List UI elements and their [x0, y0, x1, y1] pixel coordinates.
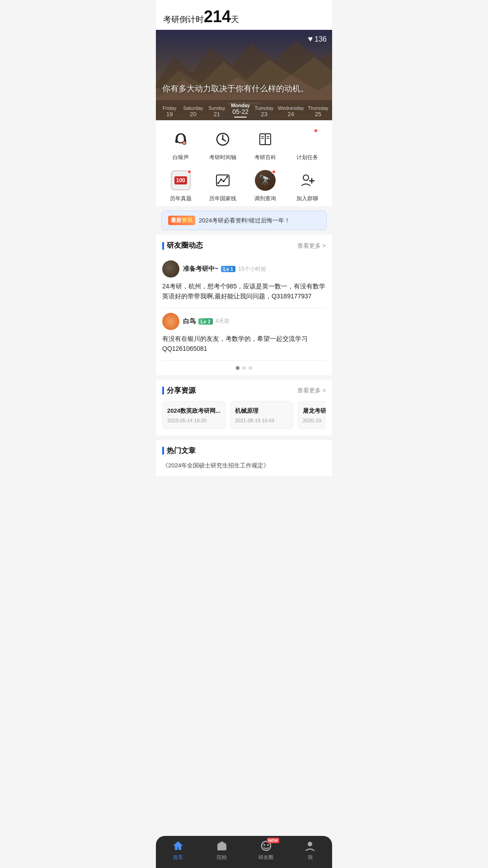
post-meta-1: 白鸟 Lv 2 4天前: [183, 317, 230, 326]
article-preview[interactable]: 《2024年全国硕士研究生招生工作规定》: [162, 461, 326, 470]
resource-date-1: 2021-08-19 10:43: [235, 418, 288, 423]
icon-grid: 白噪声 考研时间轴 考研百科: [156, 120, 332, 206]
avatar-0: [162, 260, 179, 278]
svg-rect-16: [265, 134, 271, 145]
header: 考研倒计时214天: [156, 0, 332, 30]
icon-timeline: [211, 127, 235, 151]
banner: ♥ 136 你有多大动力取决于你有什么样的动机。 Friday19Saturda…: [156, 30, 332, 120]
post-card-1[interactable]: 白鸟 Lv 2 4天前 有没有在银川的友友，考数学的，希望一起交流学习QQ126…: [162, 308, 326, 361]
post-header-1: 白鸟 Lv 2 4天前: [162, 313, 326, 330]
resource-card-1[interactable]: 机械原理 2021-08-19 10:43: [230, 401, 293, 429]
resource-list: 2024数英政考研网... 2023-05-14 18:20 机械原理 2021…: [162, 401, 326, 435]
username-1: 白鸟: [183, 317, 196, 326]
calendar-row: Friday19Saturday20Sunday21Monday05-22Tue…: [156, 100, 332, 120]
resource-date-2: 2020-10-: [303, 418, 326, 423]
icon-item-past-exam[interactable]: 100 历年真题: [160, 169, 202, 203]
hot-articles-title: 热门文章: [162, 446, 196, 456]
svg-point-32: [303, 175, 309, 180]
resource-date-0: 2023-05-14 18:20: [167, 418, 221, 423]
friend-circle-section: 研友圈动态 查看更多 > 准备考研中~ Lv 1 15个小时前 24考研，杭州，…: [156, 235, 332, 375]
resources-title: 分享资源: [162, 386, 196, 396]
svg-point-31: [226, 176, 228, 178]
news-text: 2024考研必看资料!错过后悔一年！: [199, 217, 290, 225]
heart-area[interactable]: ♥ 136: [308, 34, 327, 44]
resources-more[interactable]: 查看更多 >: [297, 387, 326, 395]
cal-item-tuesday[interactable]: Tuesday23: [254, 105, 274, 118]
icon-national-line: [211, 169, 235, 192]
resource-title-1: 机械原理: [235, 407, 288, 415]
resource-card-2[interactable]: 屠龙考研 2020-10-: [298, 401, 326, 429]
cal-item-monday[interactable]: Monday05-22: [230, 103, 250, 118]
resource-card-0[interactable]: 2024数英政考研网... 2023-05-14 18:20: [162, 401, 225, 429]
level-badge-1: Lv 2: [198, 318, 213, 325]
icon-item-national-line[interactable]: 历年国家线: [202, 169, 244, 203]
resources-section: 分享资源 查看更多 > 2024数英政考研网... 2023-05-14 18:…: [156, 380, 332, 435]
svg-point-30: [223, 180, 225, 182]
svg-point-14: [222, 138, 224, 140]
cal-item-wednesday[interactable]: Wednesday24: [278, 105, 304, 118]
post-header-0: 准备考研中~ Lv 1 15个小时前: [162, 260, 326, 278]
icon-encyclopedia: [253, 127, 277, 151]
username-0: 准备考研中~: [183, 265, 218, 273]
cal-item-saturday[interactable]: Saturday20: [183, 105, 203, 118]
cal-item-thursday[interactable]: Thursday25: [308, 105, 328, 118]
heart-count: 136: [314, 35, 327, 43]
friend-circle-title: 研友圈动态: [162, 241, 203, 250]
icon-white-noise: [169, 127, 192, 151]
banner-quote: 你有多大动力取决于你有什么样的动机。: [162, 83, 326, 94]
resource-title-0: 2024数英政考研网...: [167, 407, 221, 415]
posts-container: 准备考研中~ Lv 1 15个小时前 24考研，杭州，想考个985，应该是英一数…: [162, 256, 326, 361]
post-card-0[interactable]: 准备考研中~ Lv 1 15个小时前 24考研，杭州，想考个985，应该是英一数…: [162, 256, 326, 308]
avatar-1: [162, 313, 179, 330]
icon-item-timeline[interactable]: 考研时间轴: [202, 127, 244, 161]
section-header-hot: 热门文章: [162, 446, 326, 456]
countdown-text: 考研倒计时214天: [163, 7, 325, 26]
icon-item-group-chat[interactable]: 加入群聊: [286, 169, 329, 203]
section-header-resources: 分享资源 查看更多 >: [162, 386, 326, 396]
hot-articles-section: 热门文章 《2024年全国硕士研究生招生工作规定》: [156, 440, 332, 476]
icon-item-plan[interactable]: 计划任务: [286, 127, 329, 161]
svg-point-10: [183, 141, 186, 145]
friend-circle-more[interactable]: 查看更多 >: [297, 242, 326, 250]
svg-point-29: [220, 179, 222, 180]
heart-icon: ♥: [308, 34, 313, 44]
section-header-friends: 研友圈动态 查看更多 >: [162, 241, 326, 250]
post-time-0: 15个小时前: [238, 265, 266, 273]
cal-item-friday[interactable]: Friday19: [160, 105, 179, 118]
resource-title-2: 屠龙考研: [303, 407, 326, 415]
pagination-dots: [162, 361, 326, 375]
dot-1[interactable]: [242, 366, 246, 370]
post-meta-0: 准备考研中~ Lv 1 15个小时前: [183, 265, 266, 273]
icon-plan: [296, 127, 319, 151]
icon-item-transfer[interactable]: 🔭 调剂查询: [244, 169, 286, 203]
svg-point-28: [217, 182, 219, 184]
icon-group-chat: [296, 169, 319, 192]
icon-transfer: 🔭: [253, 169, 277, 192]
level-badge-0: Lv 1: [221, 266, 235, 272]
post-time-1: 4天前: [216, 317, 230, 325]
news-banner[interactable]: 最新资讯 2024考研必看资料!错过后悔一年！: [161, 211, 327, 230]
svg-rect-15: [260, 134, 265, 145]
icon-item-encyclopedia[interactable]: 考研百科: [244, 127, 286, 161]
dot-2[interactable]: [249, 366, 252, 370]
post-content-1: 有没有在银川的友友，考数学的，希望一起交流学习QQ1261065081: [162, 334, 326, 356]
cal-item-sunday[interactable]: Sunday21: [207, 105, 227, 118]
post-content-0: 24考研，杭州，想考个985，应该是英一数一，有没有数学英语好的带带我啊,最好能…: [162, 281, 326, 303]
dot-0[interactable]: [236, 366, 239, 370]
news-tag: 最新资讯: [168, 216, 195, 225]
icon-past-exam: 100: [169, 169, 192, 192]
icon-item-white-noise[interactable]: 白噪声: [160, 127, 202, 161]
